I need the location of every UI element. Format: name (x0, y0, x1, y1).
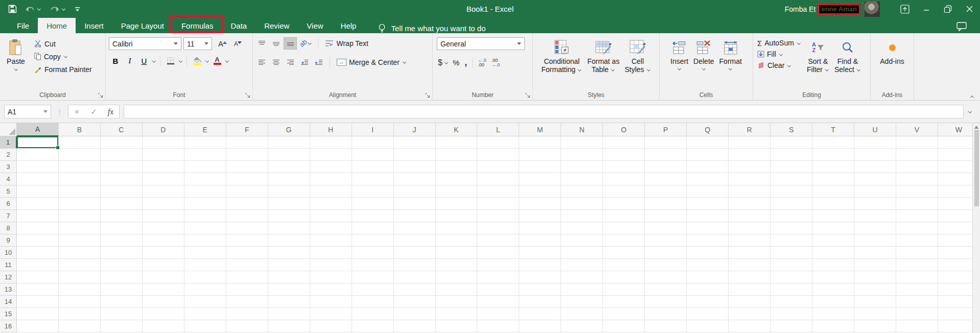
cell-R2[interactable] (729, 149, 771, 161)
cell-U13[interactable] (854, 283, 896, 296)
cell-A12[interactable] (17, 271, 59, 283)
cell-V10[interactable] (896, 247, 938, 259)
cell-R1[interactable] (729, 136, 771, 149)
tab-data[interactable]: Data (222, 18, 255, 33)
cell-T16[interactable] (812, 320, 854, 332)
column-header-U[interactable]: U (854, 123, 896, 136)
minimize-button[interactable] (916, 0, 937, 18)
cell-K9[interactable] (436, 234, 478, 247)
cell-M2[interactable] (519, 149, 561, 161)
cell-V1[interactable] (896, 136, 938, 149)
column-header-Q[interactable]: Q (687, 123, 729, 136)
cell-F12[interactable] (226, 271, 268, 283)
cell-A16[interactable] (17, 320, 59, 332)
cell-N9[interactable] (561, 234, 603, 247)
cell-D16[interactable] (143, 320, 184, 332)
cell-E1[interactable] (184, 136, 226, 149)
cell-I8[interactable] (352, 222, 394, 234)
row-header-5[interactable]: 5 (0, 185, 17, 198)
cell-R3[interactable] (729, 161, 771, 173)
cell-O11[interactable] (603, 259, 645, 271)
cell-U11[interactable] (854, 259, 896, 271)
bold-button[interactable]: B (109, 55, 122, 67)
cell-D11[interactable] (143, 259, 184, 271)
cell-L7[interactable] (477, 210, 519, 222)
redo-dropdown-icon[interactable] (61, 7, 66, 11)
cell-N11[interactable] (561, 259, 603, 271)
cell-O16[interactable] (603, 320, 645, 332)
font-dialog-launcher-icon[interactable] (245, 93, 250, 98)
cell-S15[interactable] (771, 308, 812, 320)
cell-T2[interactable] (812, 149, 854, 161)
cell-K13[interactable] (436, 283, 478, 296)
autosum-dropdown-icon[interactable] (797, 41, 801, 45)
merge-center-dropdown-icon[interactable] (402, 60, 407, 64)
cell-F15[interactable] (226, 308, 268, 320)
middle-align-button[interactable] (269, 37, 283, 50)
borders-dropdown-icon[interactable] (178, 59, 183, 63)
scroll-up-icon[interactable] (974, 126, 978, 129)
cell-E6[interactable] (184, 198, 226, 210)
cell-U9[interactable] (854, 234, 896, 247)
font-name-dropdown-icon[interactable] (174, 42, 178, 45)
cell-N15[interactable] (561, 308, 603, 320)
save-icon[interactable] (8, 5, 17, 13)
cell-I10[interactable] (352, 247, 394, 259)
cell-H12[interactable] (310, 271, 352, 283)
cell-L5[interactable] (477, 185, 519, 198)
column-header-N[interactable]: N (561, 123, 603, 136)
cell-H6[interactable] (310, 198, 352, 210)
cell-Q2[interactable] (687, 149, 729, 161)
cell-N7[interactable] (561, 210, 603, 222)
row-header-1[interactable]: 1 (0, 136, 17, 149)
column-header-A[interactable]: A (17, 123, 59, 136)
cell-H8[interactable] (310, 222, 352, 234)
cell-O1[interactable] (603, 136, 645, 149)
cell-I1[interactable] (352, 136, 394, 149)
cell-B6[interactable] (59, 198, 101, 210)
cell-H1[interactable] (310, 136, 352, 149)
column-header-V[interactable]: V (896, 123, 938, 136)
cell-L12[interactable] (477, 271, 519, 283)
cell-styles-dropdown-icon[interactable] (646, 68, 651, 72)
cell-T10[interactable] (812, 247, 854, 259)
cell-E5[interactable] (184, 185, 226, 198)
cell-H5[interactable] (310, 185, 352, 198)
column-header-I[interactable]: I (352, 123, 394, 136)
cell-R9[interactable] (729, 234, 771, 247)
cell-K6[interactable] (436, 198, 478, 210)
cell-R7[interactable] (729, 210, 771, 222)
cell-B13[interactable] (59, 283, 101, 296)
cell-O7[interactable] (603, 210, 645, 222)
font-name-combo[interactable]: Calibri (109, 37, 181, 50)
cell-G1[interactable] (268, 136, 310, 149)
row-header-7[interactable]: 7 (0, 210, 17, 222)
cell-V7[interactable] (896, 210, 938, 222)
cell-J12[interactable] (394, 271, 436, 283)
cell-K10[interactable] (436, 247, 478, 259)
cell-L16[interactable] (477, 320, 519, 332)
cell-T7[interactable] (812, 210, 854, 222)
cell-U8[interactable] (854, 222, 896, 234)
formula-bar-expand-icon[interactable] (964, 110, 976, 113)
cell-Q13[interactable] (687, 283, 729, 296)
cell-B14[interactable] (59, 296, 101, 308)
row-header-2[interactable]: 2 (0, 149, 17, 161)
cell-B12[interactable] (59, 271, 101, 283)
cell-H16[interactable] (310, 320, 352, 332)
enter-icon[interactable]: ✓ (85, 107, 102, 116)
cell-M8[interactable] (519, 222, 561, 234)
cell-T14[interactable] (812, 296, 854, 308)
cell-M4[interactable] (519, 173, 561, 185)
cell-C12[interactable] (101, 271, 143, 283)
cell-B15[interactable] (59, 308, 101, 320)
cell-Q16[interactable] (687, 320, 729, 332)
cell-J3[interactable] (394, 161, 436, 173)
cell-I4[interactable] (352, 173, 394, 185)
cell-V3[interactable] (896, 161, 938, 173)
cell-C4[interactable] (101, 173, 143, 185)
cell-L11[interactable] (477, 259, 519, 271)
copy-button[interactable]: Copy (32, 50, 95, 63)
cell-J11[interactable] (394, 259, 436, 271)
cell-F6[interactable] (226, 198, 268, 210)
